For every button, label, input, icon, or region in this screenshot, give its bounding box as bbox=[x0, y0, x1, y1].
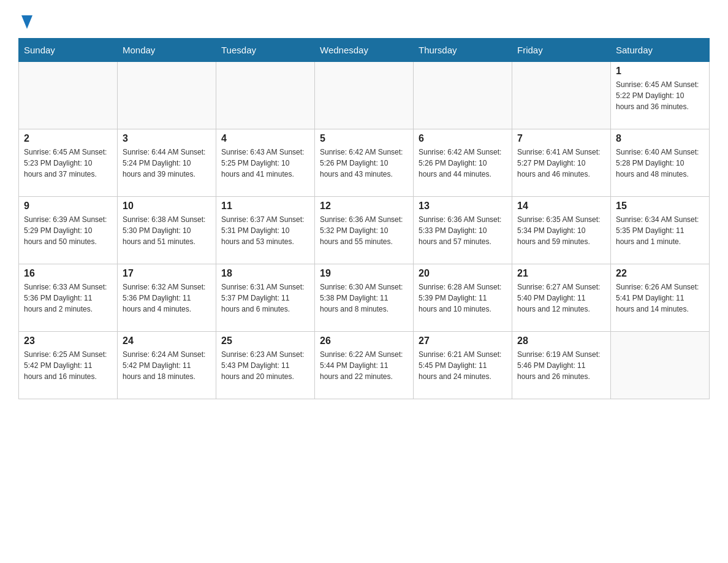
day-number: 22 bbox=[616, 268, 704, 279]
day-info: Sunrise: 6:42 AM Sunset: 5:26 PM Dayligh… bbox=[419, 147, 507, 180]
calendar-cell: 10Sunrise: 6:38 AM Sunset: 5:30 PM Dayli… bbox=[118, 197, 216, 264]
day-number: 5 bbox=[320, 133, 408, 144]
day-number: 20 bbox=[419, 268, 507, 279]
day-number: 8 bbox=[616, 133, 704, 144]
day-header-monday: Monday bbox=[118, 39, 216, 62]
calendar-cell: 23Sunrise: 6:25 AM Sunset: 5:42 PM Dayli… bbox=[19, 332, 118, 399]
calendar-cell bbox=[315, 62, 414, 129]
calendar-cell: 7Sunrise: 6:41 AM Sunset: 5:27 PM Daylig… bbox=[512, 129, 611, 197]
day-number: 27 bbox=[419, 335, 507, 347]
day-info: Sunrise: 6:42 AM Sunset: 5:26 PM Dayligh… bbox=[320, 147, 408, 180]
calendar-cell: 17Sunrise: 6:32 AM Sunset: 5:36 PM Dayli… bbox=[118, 264, 216, 332]
day-number: 7 bbox=[517, 133, 605, 144]
calendar-cell bbox=[414, 62, 512, 129]
calendar-cell: 8Sunrise: 6:40 AM Sunset: 5:28 PM Daylig… bbox=[611, 129, 710, 197]
calendar-cell: 2Sunrise: 6:45 AM Sunset: 5:23 PM Daylig… bbox=[19, 129, 118, 197]
calendar-cell: 6Sunrise: 6:42 AM Sunset: 5:26 PM Daylig… bbox=[414, 129, 512, 197]
day-number: 10 bbox=[123, 201, 211, 212]
day-info: Sunrise: 6:19 AM Sunset: 5:46 PM Dayligh… bbox=[517, 349, 605, 382]
day-number: 9 bbox=[24, 201, 112, 212]
calendar-cell: 18Sunrise: 6:31 AM Sunset: 5:37 PM Dayli… bbox=[216, 264, 315, 332]
calendar-cell: 1Sunrise: 6:45 AM Sunset: 5:22 PM Daylig… bbox=[611, 62, 710, 129]
calendar-week-row: 16Sunrise: 6:33 AM Sunset: 5:36 PM Dayli… bbox=[19, 264, 710, 332]
day-number: 11 bbox=[221, 201, 309, 212]
day-header-thursday: Thursday bbox=[414, 39, 512, 62]
calendar-cell: 15Sunrise: 6:34 AM Sunset: 5:35 PM Dayli… bbox=[611, 197, 710, 264]
calendar-cell: 11Sunrise: 6:37 AM Sunset: 5:31 PM Dayli… bbox=[216, 197, 315, 264]
day-info: Sunrise: 6:24 AM Sunset: 5:42 PM Dayligh… bbox=[123, 349, 211, 382]
calendar-week-row: 2Sunrise: 6:45 AM Sunset: 5:23 PM Daylig… bbox=[19, 129, 710, 197]
day-info: Sunrise: 6:28 AM Sunset: 5:39 PM Dayligh… bbox=[419, 282, 507, 315]
day-number: 6 bbox=[419, 133, 507, 144]
svg-marker-0 bbox=[21, 15, 32, 29]
day-number: 18 bbox=[221, 268, 309, 279]
calendar-cell: 26Sunrise: 6:22 AM Sunset: 5:44 PM Dayli… bbox=[315, 332, 414, 399]
calendar-cell bbox=[611, 332, 710, 399]
calendar-cell bbox=[512, 62, 611, 129]
day-info: Sunrise: 6:36 AM Sunset: 5:32 PM Dayligh… bbox=[320, 214, 408, 247]
logo-arrow-icon bbox=[20, 12, 32, 29]
calendar-cell: 20Sunrise: 6:28 AM Sunset: 5:39 PM Dayli… bbox=[414, 264, 512, 332]
day-info: Sunrise: 6:38 AM Sunset: 5:30 PM Dayligh… bbox=[123, 214, 211, 247]
day-header-tuesday: Tuesday bbox=[216, 39, 315, 62]
day-info: Sunrise: 6:33 AM Sunset: 5:36 PM Dayligh… bbox=[24, 282, 112, 315]
day-info: Sunrise: 6:36 AM Sunset: 5:33 PM Dayligh… bbox=[419, 214, 507, 247]
calendar-cell bbox=[118, 62, 216, 129]
day-info: Sunrise: 6:41 AM Sunset: 5:27 PM Dayligh… bbox=[517, 147, 605, 180]
day-info: Sunrise: 6:44 AM Sunset: 5:24 PM Dayligh… bbox=[123, 147, 211, 180]
day-header-sunday: Sunday bbox=[19, 39, 118, 62]
day-info: Sunrise: 6:27 AM Sunset: 5:40 PM Dayligh… bbox=[517, 282, 605, 315]
day-info: Sunrise: 6:40 AM Sunset: 5:28 PM Dayligh… bbox=[616, 147, 704, 180]
day-info: Sunrise: 6:43 AM Sunset: 5:25 PM Dayligh… bbox=[221, 147, 309, 180]
day-number: 13 bbox=[419, 201, 507, 212]
day-info: Sunrise: 6:39 AM Sunset: 5:29 PM Dayligh… bbox=[24, 214, 112, 247]
day-number: 25 bbox=[221, 335, 309, 347]
day-number: 12 bbox=[320, 201, 408, 212]
calendar-cell: 4Sunrise: 6:43 AM Sunset: 5:25 PM Daylig… bbox=[216, 129, 315, 197]
day-number: 15 bbox=[616, 201, 704, 212]
day-info: Sunrise: 6:21 AM Sunset: 5:45 PM Dayligh… bbox=[419, 349, 507, 382]
day-number: 16 bbox=[24, 268, 112, 279]
calendar-table: SundayMondayTuesdayWednesdayThursdayFrid… bbox=[18, 38, 710, 399]
calendar-cell: 22Sunrise: 6:26 AM Sunset: 5:41 PM Dayli… bbox=[611, 264, 710, 332]
calendar-cell: 21Sunrise: 6:27 AM Sunset: 5:40 PM Dayli… bbox=[512, 264, 611, 332]
day-number: 2 bbox=[24, 133, 112, 144]
day-info: Sunrise: 6:22 AM Sunset: 5:44 PM Dayligh… bbox=[320, 349, 408, 382]
calendar-week-row: 1Sunrise: 6:45 AM Sunset: 5:22 PM Daylig… bbox=[19, 62, 710, 129]
calendar-cell: 9Sunrise: 6:39 AM Sunset: 5:29 PM Daylig… bbox=[19, 197, 118, 264]
day-info: Sunrise: 6:23 AM Sunset: 5:43 PM Dayligh… bbox=[221, 349, 309, 382]
calendar-header-row: SundayMondayTuesdayWednesdayThursdayFrid… bbox=[19, 39, 710, 62]
calendar-cell: 5Sunrise: 6:42 AM Sunset: 5:26 PM Daylig… bbox=[315, 129, 414, 197]
day-header-saturday: Saturday bbox=[611, 39, 710, 62]
day-info: Sunrise: 6:37 AM Sunset: 5:31 PM Dayligh… bbox=[221, 214, 309, 247]
day-info: Sunrise: 6:25 AM Sunset: 5:42 PM Dayligh… bbox=[24, 349, 112, 382]
calendar-cell: 13Sunrise: 6:36 AM Sunset: 5:33 PM Dayli… bbox=[414, 197, 512, 264]
day-info: Sunrise: 6:30 AM Sunset: 5:38 PM Dayligh… bbox=[320, 282, 408, 315]
day-number: 3 bbox=[123, 133, 211, 144]
calendar-cell: 27Sunrise: 6:21 AM Sunset: 5:45 PM Dayli… bbox=[414, 332, 512, 399]
day-info: Sunrise: 6:32 AM Sunset: 5:36 PM Dayligh… bbox=[123, 282, 211, 315]
calendar-week-row: 23Sunrise: 6:25 AM Sunset: 5:42 PM Dayli… bbox=[19, 332, 710, 399]
day-number: 4 bbox=[221, 133, 309, 144]
calendar-cell: 16Sunrise: 6:33 AM Sunset: 5:36 PM Dayli… bbox=[19, 264, 118, 332]
day-header-friday: Friday bbox=[512, 39, 611, 62]
day-number: 23 bbox=[24, 335, 112, 347]
day-info: Sunrise: 6:35 AM Sunset: 5:34 PM Dayligh… bbox=[517, 214, 605, 247]
day-number: 1 bbox=[616, 66, 704, 77]
day-info: Sunrise: 6:45 AM Sunset: 5:23 PM Dayligh… bbox=[24, 147, 112, 180]
day-number: 21 bbox=[517, 268, 605, 279]
day-info: Sunrise: 6:26 AM Sunset: 5:41 PM Dayligh… bbox=[616, 282, 704, 315]
day-info: Sunrise: 6:34 AM Sunset: 5:35 PM Dayligh… bbox=[616, 214, 704, 247]
day-header-wednesday: Wednesday bbox=[315, 39, 414, 62]
page-header bbox=[18, 12, 710, 27]
day-info: Sunrise: 6:31 AM Sunset: 5:37 PM Dayligh… bbox=[221, 282, 309, 315]
calendar-cell bbox=[19, 62, 118, 129]
calendar-cell: 28Sunrise: 6:19 AM Sunset: 5:46 PM Dayli… bbox=[512, 332, 611, 399]
day-info: Sunrise: 6:45 AM Sunset: 5:22 PM Dayligh… bbox=[616, 79, 704, 112]
calendar-cell bbox=[216, 62, 315, 129]
day-number: 26 bbox=[320, 335, 408, 347]
logo bbox=[18, 12, 33, 27]
calendar-cell: 14Sunrise: 6:35 AM Sunset: 5:34 PM Dayli… bbox=[512, 197, 611, 264]
day-number: 24 bbox=[123, 335, 211, 347]
day-number: 17 bbox=[123, 268, 211, 279]
